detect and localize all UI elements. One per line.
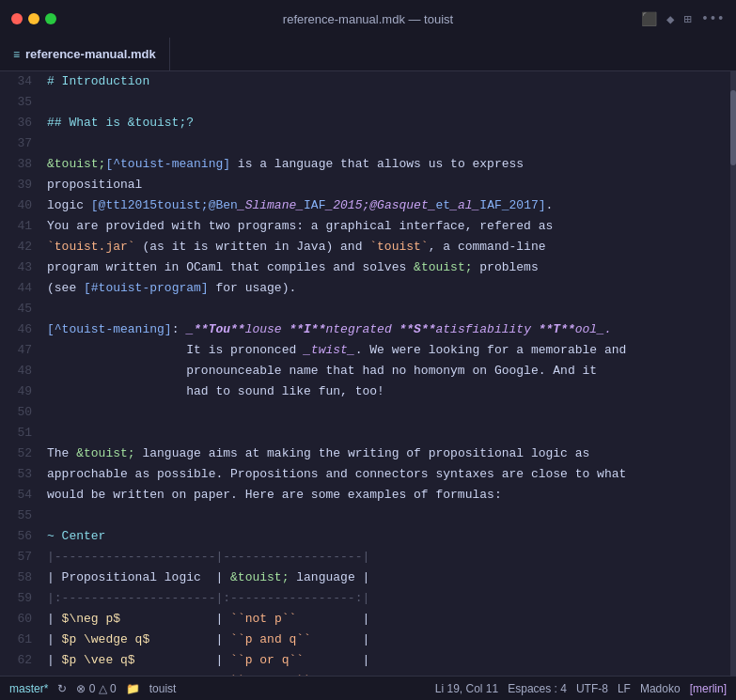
- line-number: 38: [8, 154, 32, 175]
- table-row: `touist.jar` (as it is written in Java) …: [47, 237, 730, 257]
- table-row: pronounceable name that had no homonym o…: [47, 361, 730, 381]
- table-row: | Propositional logic | &touist; languag…: [47, 568, 730, 588]
- traffic-lights: [11, 13, 56, 24]
- line-ending: LF: [618, 682, 631, 695]
- editor: 3435363738394041424344454647484950515253…: [0, 71, 736, 676]
- table-row: [47, 92, 730, 113]
- line-number: 53: [8, 464, 32, 485]
- line-number: 34: [8, 71, 32, 92]
- line-number: 57: [8, 547, 32, 568]
- table-row: [47, 402, 730, 423]
- statusbar-left: master* ↻ ⊗ 0 △ 0 📁 touist: [9, 682, 176, 695]
- line-number: 59: [8, 588, 32, 609]
- line-number: 60: [8, 609, 32, 630]
- line-number: 36: [8, 113, 32, 133]
- table-row: [47, 506, 730, 526]
- line-number: 55: [8, 506, 32, 526]
- scrollbar-thumb[interactable]: [730, 90, 736, 165]
- line-number: 51: [8, 423, 32, 443]
- table-row: [47, 299, 730, 319]
- table-row: It is prononced _twist_. We were looking…: [47, 340, 730, 361]
- maximize-button[interactable]: [45, 13, 56, 24]
- line-number: 40: [8, 195, 32, 216]
- line-numbers: 3435363738394041424344454647484950515253…: [0, 71, 39, 676]
- table-row: [^touist-meaning]: _**Tou**louse **I**nt…: [47, 319, 730, 340]
- line-number: 56: [8, 526, 32, 547]
- table-row: | $\neg p$ | ``not p`` |: [47, 609, 730, 630]
- line-number: 49: [8, 381, 32, 402]
- table-row: approchable as possible. Propositions an…: [47, 464, 730, 485]
- table-row: would be written on paper. Here are some…: [47, 485, 730, 506]
- titlebar: reference-manual.mdk — touist ⬛ ◆ ⊞ •••: [0, 0, 736, 38]
- table-row: | $p \vee q$ | ``p or q`` |: [47, 650, 730, 671]
- git-branch[interactable]: master*: [9, 682, 48, 695]
- folder-icon: 📁: [126, 682, 140, 695]
- line-number: 54: [8, 485, 32, 506]
- statusbar-right: Li 19, Col 11 Espaces : 4 UTF-8 LF Madok…: [435, 682, 727, 695]
- table-row: | $p \wedge q$ | ``p and q`` |: [47, 630, 730, 650]
- bookmark-icon[interactable]: ◆: [666, 11, 674, 27]
- line-number: 47: [8, 340, 32, 361]
- line-number: 58: [8, 568, 32, 588]
- table-row: logic [@ttl2015touist;@Ben_Slimane_IAF_2…: [47, 195, 730, 216]
- line-number: 62: [8, 650, 32, 671]
- tab-reference-manual[interactable]: ≡ reference-manual.mdk: [0, 38, 170, 70]
- titlebar-actions: ⬛ ◆ ⊞ •••: [641, 11, 725, 27]
- table-row: (see [#touist-program] for usage).: [47, 278, 730, 299]
- line-number: 44: [8, 278, 32, 299]
- tabbar: ≡ reference-manual.mdk: [0, 38, 736, 71]
- line-number: 39: [8, 175, 32, 195]
- encoding: UTF-8: [576, 682, 608, 695]
- tab-label: reference-manual.mdk: [25, 47, 156, 61]
- more-icon[interactable]: •••: [701, 11, 725, 26]
- line-number: 35: [8, 92, 32, 113]
- share-icon[interactable]: ⬛: [641, 11, 657, 27]
- table-row: ~ Center: [47, 526, 730, 547]
- line-number: 46: [8, 319, 32, 340]
- table-row: &touist;[^touist-meaning] is a language …: [47, 154, 730, 175]
- table-row: propositional: [47, 175, 730, 195]
- cursor-position: Li 19, Col 11: [435, 682, 498, 695]
- project-folder: touist: [149, 682, 177, 695]
- code-content[interactable]: # Introduction ## What is &touist;? &tou…: [39, 71, 730, 676]
- file-icon: ≡: [13, 48, 20, 61]
- statusbar: master* ↻ ⊗ 0 △ 0 📁 touist Li 19, Col 11…: [0, 676, 736, 700]
- line-number: 61: [8, 630, 32, 650]
- line-number: 42: [8, 237, 32, 257]
- line-number: 45: [8, 299, 32, 319]
- minimize-button[interactable]: [28, 13, 39, 24]
- table-row: program written in OCaml that compiles a…: [47, 257, 730, 278]
- table-row: |----------------------|----------------…: [47, 547, 730, 568]
- indentation: Espaces : 4: [508, 682, 567, 695]
- scrollbar[interactable]: [730, 71, 736, 676]
- table-row: You are provided with two programs: a gr…: [47, 216, 730, 237]
- table-row: [47, 423, 730, 443]
- status-checks: ⊗ 0 △ 0: [76, 682, 116, 695]
- line-number: 43: [8, 257, 32, 278]
- line-number: 50: [8, 402, 32, 423]
- line-number: 52: [8, 443, 32, 464]
- table-row: # Introduction: [47, 71, 730, 92]
- line-number: 37: [8, 133, 32, 154]
- window-title: reference-manual.mdk — touist: [283, 12, 453, 26]
- table-row: The &touist; language aims at making the…: [47, 443, 730, 464]
- sync-icon[interactable]: ↻: [57, 682, 67, 695]
- table-row: had to sound like fun, too!: [47, 381, 730, 402]
- line-number: 48: [8, 361, 32, 381]
- merlin-badge: [merlin]: [690, 682, 727, 695]
- close-button[interactable]: [11, 13, 23, 24]
- line-number: 41: [8, 216, 32, 237]
- language-mode[interactable]: Madoko: [640, 682, 681, 695]
- table-row: |:---------------------|:---------------…: [47, 588, 730, 609]
- table-row: [47, 133, 730, 154]
- table-row: ## What is &touist;?: [47, 113, 730, 133]
- layout-icon[interactable]: ⊞: [683, 11, 691, 27]
